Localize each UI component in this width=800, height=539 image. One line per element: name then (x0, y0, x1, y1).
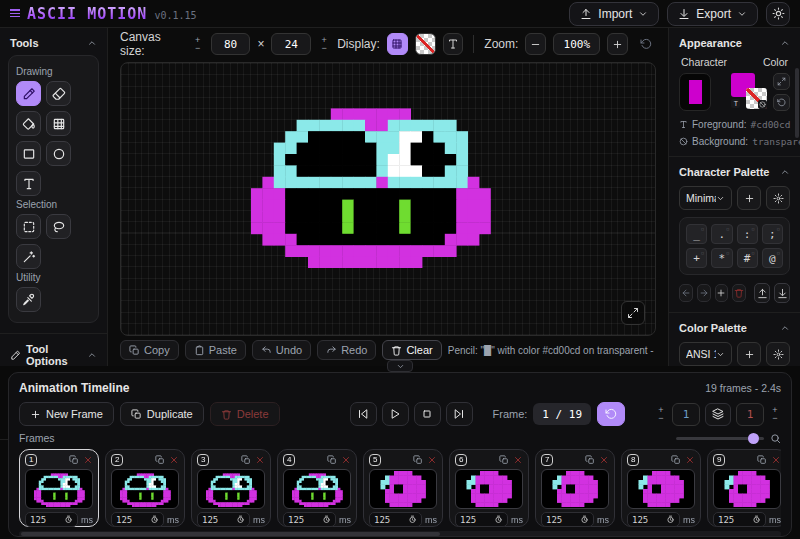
loop-playback-button[interactable] (597, 402, 625, 426)
slider-track[interactable] (676, 437, 764, 440)
transparency-display-toggle[interactable] (415, 33, 436, 55)
duplicate-frame-icon[interactable] (585, 455, 595, 465)
color-preset-dropdown[interactable]: ANSI 16-Col (679, 342, 732, 366)
play-button[interactable] (382, 402, 409, 426)
color-palette-settings-button[interactable] (766, 342, 790, 366)
text-tool-button[interactable] (16, 171, 41, 196)
delete-frame-button[interactable]: Delete (210, 402, 280, 426)
frames-scrollbar-thumb[interactable] (21, 532, 440, 536)
char-next-button[interactable] (697, 284, 711, 302)
onion-next-decrement[interactable]: − (769, 414, 781, 422)
palette-character-button[interactable]: @▫ (762, 248, 783, 268)
export-palette-button[interactable] (754, 283, 770, 303)
delete-character-button[interactable] (732, 284, 746, 302)
copy-button[interactable]: Copy (120, 340, 179, 360)
frames-scrollbar[interactable] (19, 531, 781, 537)
paste-button[interactable]: Paste (185, 340, 246, 360)
slider-thumb[interactable] (748, 433, 759, 444)
duplicate-frame-icon[interactable] (499, 455, 509, 465)
duplicate-frame-icon[interactable] (241, 455, 251, 465)
palette-character-button[interactable]: *▫ (711, 248, 732, 268)
filled-rectangle-tool-button[interactable] (46, 111, 71, 136)
add-color-preset-button[interactable] (737, 342, 761, 366)
frame-duration-input[interactable]: 125 (283, 512, 336, 527)
width-stepper[interactable]: + − (192, 36, 204, 52)
add-character-button[interactable] (715, 284, 729, 302)
frame-card-3[interactable]: 3125ms (191, 449, 271, 527)
delete-frame-icon[interactable] (599, 455, 609, 465)
delete-frame-icon[interactable] (427, 455, 437, 465)
char-prev-button[interactable] (679, 284, 693, 302)
export-button[interactable]: Export (667, 2, 758, 26)
ellipse-tool-button[interactable] (46, 141, 71, 166)
frame-card-5[interactable]: 5125ms (363, 449, 443, 527)
delete-frame-icon[interactable] (169, 455, 179, 465)
frame-duration-input[interactable]: 125 (541, 512, 594, 527)
onion-prev-decrement[interactable]: − (655, 414, 667, 422)
clear-button[interactable]: Clear (382, 340, 441, 360)
delete-frame-icon[interactable] (255, 455, 265, 465)
palette-character-button[interactable]: #▫ (737, 248, 758, 268)
paint-bucket-tool-button[interactable] (16, 111, 41, 136)
frame-duration-input[interactable]: 125 (197, 512, 250, 527)
frame-thumbnail[interactable] (455, 469, 523, 509)
swap-colors-button[interactable] (773, 73, 790, 90)
canvas-height-input[interactable]: 24 (271, 33, 311, 55)
delete-frame-icon[interactable] (771, 455, 781, 465)
canvas-width-input[interactable]: 80 (211, 33, 251, 55)
delete-frame-icon[interactable] (513, 455, 523, 465)
drawing-canvas[interactable] (120, 62, 656, 336)
text-display-toggle[interactable] (443, 33, 464, 55)
stop-button[interactable] (414, 402, 441, 426)
pencil-tool-button[interactable] (16, 81, 41, 106)
appearance-header[interactable]: Appearance (679, 30, 790, 55)
frame-duration-input[interactable]: 125 (369, 512, 422, 527)
onion-previous-frames-input[interactable]: 1 (672, 403, 700, 426)
timeline-collapse-handle[interactable] (387, 360, 413, 372)
skip-to-start-button[interactable] (350, 402, 377, 426)
frame-duration-input[interactable]: 125 (627, 512, 680, 527)
onion-prev-stepper[interactable]: + − (655, 406, 667, 422)
palette-character-button[interactable]: :▫ (737, 224, 758, 244)
frame-duration-input[interactable]: 125 (455, 512, 508, 527)
frame-thumbnail[interactable] (197, 469, 265, 509)
eyedropper-tool-button[interactable] (16, 287, 41, 312)
frame-thumbnail[interactable] (283, 469, 351, 509)
character-palette-settings-button[interactable] (766, 186, 790, 210)
onion-skin-toggle-button[interactable] (705, 403, 731, 426)
import-palette-button[interactable] (774, 283, 790, 303)
frame-thumbnail[interactable] (627, 469, 695, 509)
rect-select-tool-button[interactable] (16, 214, 41, 239)
palette-character-button[interactable]: ;▫ (762, 224, 783, 244)
duplicate-frame-icon[interactable] (155, 455, 165, 465)
import-button[interactable]: Import (569, 2, 659, 26)
frame-card-8[interactable]: 8125ms (621, 449, 701, 527)
frame-duration-input[interactable]: 125 (25, 512, 78, 527)
magic-wand-tool-button[interactable] (16, 244, 41, 269)
canvas-expand-button[interactable] (621, 301, 645, 325)
frame-card-9[interactable]: 9125ms (707, 449, 781, 527)
frame-card-1[interactable]: 1125ms (19, 449, 99, 527)
duplicate-frame-icon[interactable] (69, 455, 79, 465)
theme-toggle-button[interactable] (766, 2, 790, 26)
character-palette-header[interactable]: Character Palette (679, 159, 790, 184)
frame-card-6[interactable]: 6125ms (449, 449, 529, 527)
tools-section-header[interactable]: Tools (0, 28, 107, 55)
duplicate-frame-icon[interactable] (413, 455, 423, 465)
height-decrement-button[interactable]: − (318, 44, 330, 52)
new-frame-button[interactable]: New Frame (19, 402, 114, 426)
duplicate-frame-icon[interactable] (671, 455, 681, 465)
frame-card-4[interactable]: 4125ms (277, 449, 357, 527)
delete-frame-icon[interactable] (685, 455, 695, 465)
frame-duration-input[interactable]: 125 (713, 512, 766, 527)
selected-character-preview[interactable] (679, 73, 711, 111)
zoom-reset-button[interactable] (635, 33, 656, 55)
height-stepper[interactable]: + − (318, 36, 330, 52)
frame-thumbnail[interactable] (111, 469, 179, 509)
frame-duration-input[interactable]: 125 (111, 512, 164, 527)
rectangle-tool-button[interactable] (16, 141, 41, 166)
zoom-out-button[interactable] (525, 33, 546, 55)
redo-button[interactable]: Redo (317, 340, 376, 360)
delete-frame-icon[interactable] (341, 455, 351, 465)
character-preset-dropdown[interactable]: Minimal ASC (679, 186, 732, 210)
